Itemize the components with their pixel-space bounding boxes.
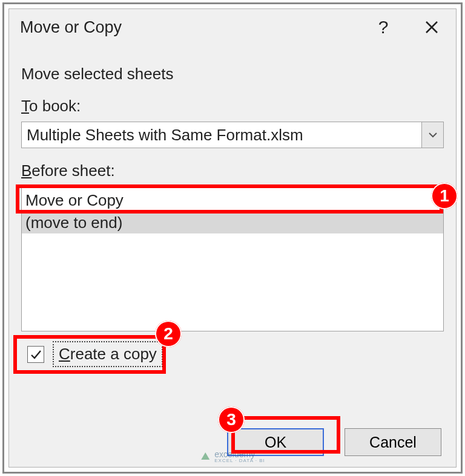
- create-a-copy-row: Create a copy: [21, 336, 169, 372]
- list-item[interactable]: (move to end): [22, 212, 443, 234]
- cancel-button[interactable]: Cancel: [345, 428, 441, 456]
- dialog-title: Move or Copy: [20, 18, 122, 37]
- titlebar: Move or Copy ?: [9, 9, 456, 45]
- watermark-brand: exceldemy: [214, 450, 265, 458]
- create-a-copy-checkbox[interactable]: [27, 346, 44, 363]
- dialog-body: Move selected sheets To book: Multiple S…: [9, 45, 456, 372]
- to-book-combo[interactable]: Multiple Sheets with Same Format.xlsm: [21, 122, 444, 148]
- chevron-down-icon: [429, 132, 437, 138]
- watermark: exceldemy EXCEL · DATA · BI: [200, 450, 265, 463]
- to-book-dropdown-button[interactable]: [421, 122, 443, 148]
- svg-marker-2: [201, 452, 209, 460]
- before-sheet-label: Before sheet:: [21, 161, 444, 180]
- to-book-value: Multiple Sheets with Same Format.xlsm: [22, 122, 421, 148]
- to-book-label: To book:: [21, 97, 444, 116]
- move-or-copy-dialog: Move or Copy ? Move selected sheets To b…: [8, 8, 457, 468]
- watermark-tag: EXCEL · DATA · BI: [214, 458, 265, 463]
- ok-button-label: OK: [265, 434, 286, 451]
- cancel-button-label: Cancel: [369, 434, 417, 451]
- watermark-icon: [200, 451, 211, 462]
- help-button[interactable]: ?: [359, 9, 407, 45]
- create-a-copy-label: Create a copy: [53, 341, 163, 367]
- list-item[interactable]: Move or Copy: [22, 189, 443, 212]
- before-sheet-listbox[interactable]: Move or Copy (move to end): [21, 186, 444, 331]
- close-button[interactable]: [407, 9, 456, 45]
- checkmark-icon: [30, 348, 42, 360]
- close-icon: [424, 20, 439, 34]
- move-selected-sheets-label: Move selected sheets: [21, 65, 444, 83]
